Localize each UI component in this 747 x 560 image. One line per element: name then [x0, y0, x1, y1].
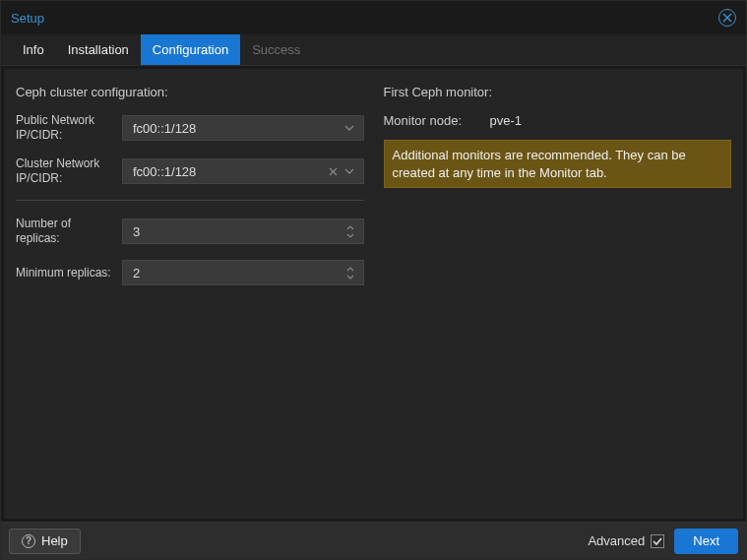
min-replicas-row: Minimum replicas: 2	[16, 260, 364, 285]
replicas-row: Number of replicas: 3	[16, 217, 364, 246]
advanced-label: Advanced	[588, 533, 645, 548]
public-network-combo[interactable]: fc00::1/128	[122, 115, 364, 141]
chevron-down-icon[interactable]	[343, 232, 357, 239]
titlebar: Setup	[1, 1, 746, 34]
cluster-network-row: Cluster Network IP/CIDR: fc00::1/128	[16, 156, 364, 186]
chevron-down-icon[interactable]	[343, 274, 357, 280]
chevron-up-icon[interactable]	[343, 266, 357, 273]
first-monitor-title: First Ceph monitor:	[384, 85, 732, 99]
setup-dialog: Setup Info Installation Configuration Su…	[0, 0, 747, 560]
help-button[interactable]: ? Help	[9, 529, 81, 554]
cluster-network-value: fc00::1/128	[133, 164, 326, 179]
replicas-spinner[interactable]: 3	[122, 218, 364, 244]
warning-box: Additional monitors are recommended. The…	[384, 140, 732, 188]
tabs: Info Installation Configuration Success	[1, 34, 746, 66]
tab-success: Success	[240, 34, 312, 65]
public-network-label: Public Network IP/CIDR:	[16, 113, 114, 143]
window-title: Setup	[11, 11, 44, 26]
right-column: First Ceph monitor: Monitor node: pve-1 …	[384, 85, 732, 509]
help-label: Help	[41, 533, 68, 548]
clear-icon[interactable]	[326, 167, 342, 176]
footer: ? Help Advanced Next	[1, 522, 746, 559]
chevron-down-icon[interactable]	[342, 125, 357, 131]
min-replicas-value: 2	[133, 266, 343, 280]
next-button[interactable]: Next	[674, 529, 738, 554]
monitor-node-value: pve-1	[490, 113, 523, 128]
chevron-down-icon[interactable]	[342, 168, 357, 174]
content-area: Ceph cluster configuration: Public Netwo…	[4, 69, 743, 519]
replicas-label: Number of replicas:	[16, 217, 114, 246]
spinner-arrows	[343, 266, 357, 280]
divider	[16, 200, 364, 201]
public-network-row: Public Network IP/CIDR: fc00::1/128	[16, 113, 364, 143]
left-column: Ceph cluster configuration: Public Netwo…	[16, 85, 364, 509]
question-icon: ?	[22, 534, 35, 548]
monitor-node-row: Monitor node: pve-1	[384, 113, 732, 128]
cluster-network-combo[interactable]: fc00::1/128	[122, 158, 364, 184]
tab-configuration[interactable]: Configuration	[141, 34, 240, 65]
public-network-value: fc00::1/128	[133, 121, 342, 136]
min-replicas-label: Minimum replicas:	[16, 266, 114, 280]
spinner-arrows	[343, 224, 357, 239]
advanced-checkbox[interactable]	[651, 534, 664, 548]
next-label: Next	[693, 533, 719, 548]
monitor-node-label: Monitor node:	[384, 113, 482, 128]
tab-info[interactable]: Info	[11, 34, 56, 65]
tab-installation[interactable]: Installation	[56, 34, 141, 65]
replicas-value: 3	[133, 224, 343, 239]
advanced-toggle[interactable]: Advanced	[588, 533, 664, 548]
min-replicas-spinner[interactable]: 2	[122, 260, 364, 285]
ceph-config-title: Ceph cluster configuration:	[16, 85, 364, 99]
cluster-network-label: Cluster Network IP/CIDR:	[16, 156, 114, 186]
close-icon[interactable]	[718, 9, 736, 27]
chevron-up-icon[interactable]	[343, 224, 357, 231]
